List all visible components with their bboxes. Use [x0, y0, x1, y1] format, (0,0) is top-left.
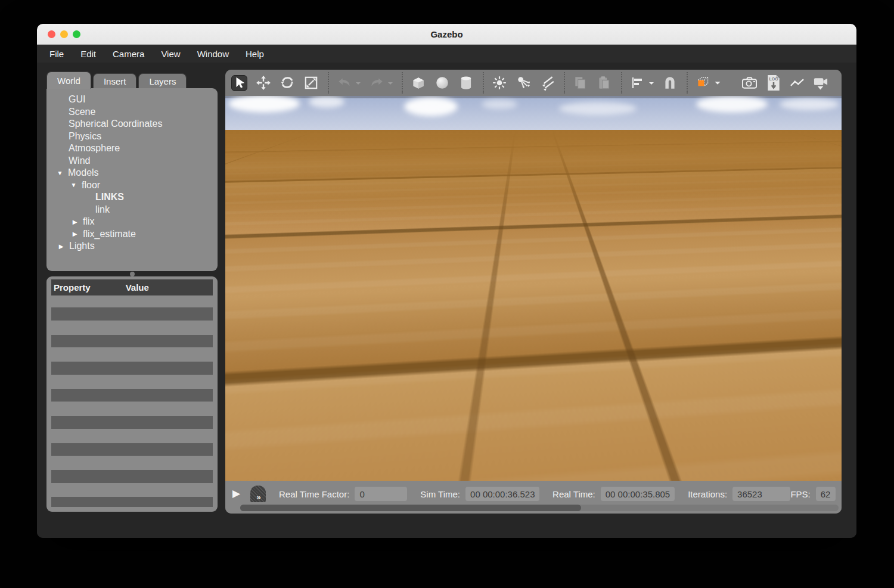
- drone-shadow: [482, 415, 577, 477]
- rotate-icon: [280, 75, 295, 91]
- title-bar[interactable]: Gazebo: [37, 24, 856, 45]
- cloud: [780, 98, 839, 110]
- window-title: Gazebo: [37, 29, 856, 39]
- menu-help[interactable]: Help: [246, 49, 264, 59]
- caret-right-icon[interactable]: ▶: [70, 231, 79, 237]
- splitter-handle-icon: [130, 272, 135, 276]
- zoom-button[interactable]: [73, 30, 80, 38]
- motor-cap: [519, 273, 524, 276]
- tree-item-floor[interactable]: ▼floor: [46, 179, 218, 192]
- real-time-factor-value: 0: [355, 487, 407, 501]
- cylinder-icon: [458, 75, 474, 91]
- screenshot-button[interactable]: [741, 75, 758, 91]
- select-tool-button[interactable]: [231, 75, 247, 91]
- insert-box-button[interactable]: [410, 75, 426, 91]
- paste-button[interactable]: [596, 75, 612, 91]
- cloud: [309, 96, 344, 108]
- step-icon: »: [256, 493, 259, 502]
- caret-right-icon[interactable]: ▶: [57, 243, 66, 250]
- tree-item-physics[interactable]: Physics: [46, 130, 218, 143]
- align-dropdown[interactable]: [648, 77, 656, 88]
- redo-history-dropdown[interactable]: [387, 77, 395, 88]
- video-camera-icon: [813, 75, 829, 91]
- tree-item-models[interactable]: ▼Models: [46, 167, 218, 179]
- tree-item-flix[interactable]: ▶flix: [46, 216, 218, 228]
- view-angle-dropdown[interactable]: [714, 77, 721, 88]
- property-table-header: Property Value: [51, 279, 213, 295]
- close-button[interactable]: [48, 30, 55, 38]
- horizontal-scrollbar[interactable]: [240, 505, 839, 511]
- property-panel: Property Value: [46, 276, 218, 512]
- scale-tool-button[interactable]: [303, 75, 319, 91]
- tree-item-flix-estimate[interactable]: ▶flix_estimate: [46, 228, 218, 241]
- menu-camera[interactable]: Camera: [113, 49, 144, 59]
- redo-button[interactable]: [368, 75, 384, 91]
- tree-item-atmosphere[interactable]: Atmosphere: [46, 142, 218, 155]
- tab-insert[interactable]: Insert: [93, 73, 137, 89]
- scale-icon: [303, 75, 319, 91]
- tree-item-gui[interactable]: GUI: [46, 94, 218, 106]
- iterations-value: 36523: [732, 487, 790, 501]
- move-icon: [256, 75, 271, 91]
- log-file-icon: LOG: [766, 74, 781, 91]
- spot-light-button[interactable]: [515, 75, 531, 91]
- fps-value: 62: [816, 487, 836, 501]
- tree-item-wind[interactable]: Wind: [46, 155, 218, 167]
- menu-edit[interactable]: Edit: [80, 49, 96, 59]
- copy-icon: [573, 75, 588, 91]
- quadcopter-model[interactable]: [471, 256, 626, 334]
- snap-button[interactable]: [662, 75, 678, 91]
- log-record-button[interactable]: LOG: [765, 75, 781, 91]
- property-column-header: Property: [51, 282, 126, 293]
- plot-button[interactable]: [789, 75, 805, 91]
- rotate-tool-button[interactable]: [279, 75, 295, 91]
- undo-button[interactable]: [336, 75, 352, 91]
- tree-item-spherical-coordinates[interactable]: Spherical Coordinates: [46, 118, 218, 130]
- minimize-button[interactable]: [60, 30, 68, 38]
- translate-tool-button[interactable]: [255, 75, 271, 91]
- caret-right-icon[interactable]: ▶: [70, 219, 79, 225]
- undo-icon: [337, 75, 352, 91]
- sun-icon: [492, 75, 507, 91]
- point-light-button[interactable]: [491, 75, 507, 91]
- align-button[interactable]: [629, 75, 645, 91]
- tab-world[interactable]: World: [46, 71, 91, 89]
- caret-down-icon[interactable]: ▼: [69, 182, 78, 188]
- insert-cylinder-button[interactable]: [458, 75, 474, 91]
- directional-light-button[interactable]: [539, 75, 555, 91]
- video-record-button[interactable]: [813, 75, 829, 91]
- insert-sphere-button[interactable]: [434, 75, 450, 91]
- scrollbar-thumb[interactable]: [240, 505, 581, 511]
- play-button[interactable]: ▶: [232, 488, 242, 500]
- magnet-icon: [662, 75, 678, 91]
- tree-item-link[interactable]: link: [46, 204, 218, 216]
- toolbar-separator: [402, 72, 403, 94]
- undo-history-dropdown[interactable]: [355, 77, 362, 88]
- step-button[interactable]: »: [250, 486, 266, 502]
- redo-icon: [369, 75, 384, 91]
- render-view[interactable]: [225, 96, 842, 481]
- fps-label: FPS:: [790, 489, 810, 499]
- cloud: [482, 99, 517, 109]
- sphere-icon: [434, 75, 450, 91]
- real-time-value: 00 00:00:35.805: [601, 487, 675, 501]
- motor-cap: [569, 274, 575, 276]
- tree-item-lights[interactable]: ▶Lights: [46, 240, 218, 253]
- property-table-rows[interactable]: [51, 298, 213, 507]
- render-toolbar: LOG: [225, 70, 842, 96]
- view-angle-button[interactable]: [695, 75, 711, 91]
- panel-tabs: World Insert Layers: [46, 71, 218, 89]
- panel-splitter[interactable]: [46, 271, 218, 276]
- copy-button[interactable]: [572, 75, 588, 91]
- toolbar-separator: [328, 72, 329, 94]
- caret-down-icon: [714, 80, 721, 86]
- tab-layers[interactable]: Layers: [138, 73, 187, 89]
- tree-item-scene[interactable]: Scene: [46, 106, 218, 119]
- menu-window[interactable]: Window: [197, 49, 229, 59]
- menu-file[interactable]: File: [49, 49, 64, 59]
- caret-down-icon: [355, 81, 361, 86]
- tree-item-links[interactable]: LINKS: [46, 191, 218, 204]
- caret-down-icon[interactable]: ▼: [55, 170, 64, 176]
- menu-view[interactable]: View: [161, 49, 180, 59]
- box-icon: [411, 75, 426, 91]
